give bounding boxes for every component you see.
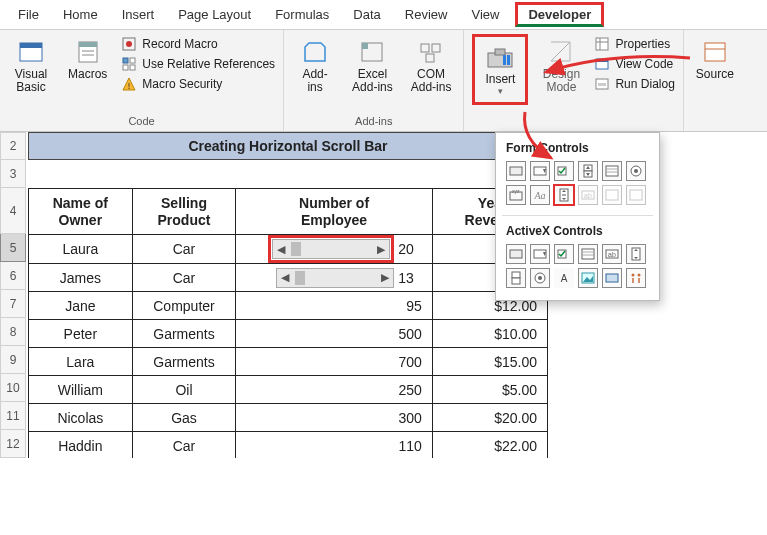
ax-spinner-icon[interactable] xyxy=(506,268,526,288)
ax-label-icon[interactable]: A xyxy=(554,268,574,288)
scroll-thumb[interactable] xyxy=(295,271,305,285)
cell-owner[interactable]: Jane xyxy=(29,292,133,320)
source-button[interactable]: Source xyxy=(692,34,738,85)
form-scrollbar-icon[interactable] xyxy=(554,185,574,205)
svg-rect-30 xyxy=(596,59,608,62)
cell-employee[interactable]: 300 xyxy=(236,404,432,432)
properties-button[interactable]: Properties xyxy=(594,34,674,54)
ax-more-icon[interactable] xyxy=(626,268,646,288)
cell-employee[interactable]: ◀ ▶ 20 xyxy=(236,235,432,264)
design-mode-button[interactable]: Design Mode xyxy=(538,34,584,98)
cell-employee[interactable]: 250 xyxy=(236,376,432,404)
cell-employee[interactable]: ◀ ▶ 13 xyxy=(236,264,432,292)
cell-revenue[interactable]: $5.00 xyxy=(432,376,547,404)
cell-product[interactable]: Garments xyxy=(132,320,236,348)
source-label: Source xyxy=(696,68,734,81)
form-dropdown-icon[interactable] xyxy=(626,185,646,205)
tab-developer[interactable]: Developer xyxy=(515,2,604,27)
addins-button[interactable]: Add- ins xyxy=(292,34,338,98)
svg-rect-11 xyxy=(130,65,135,70)
tab-pagelayout[interactable]: Page Layout xyxy=(166,2,263,27)
ax-listbox-icon[interactable] xyxy=(578,244,598,264)
tab-data[interactable]: Data xyxy=(341,2,392,27)
cell-owner[interactable]: Peter xyxy=(29,320,133,348)
form-textfield-icon[interactable]: ab xyxy=(578,185,598,205)
tab-file[interactable]: File xyxy=(6,2,51,27)
design-mode-label: Design Mode xyxy=(543,68,580,94)
svg-point-78 xyxy=(638,274,641,277)
chevron-down-icon: ▾ xyxy=(498,86,503,96)
use-rel-refs-button[interactable]: Use Relative References xyxy=(121,54,275,74)
ax-scrollbar-icon[interactable] xyxy=(626,244,646,264)
horizontal-scrollbar-control[interactable]: ◀ ▶ xyxy=(272,239,390,259)
form-checkbox-icon[interactable] xyxy=(554,161,574,181)
view-code-button[interactable]: View Code xyxy=(594,54,674,74)
svg-rect-23 xyxy=(507,55,510,65)
cell-product[interactable]: Gas xyxy=(132,404,236,432)
cell-owner[interactable]: Nicolas xyxy=(29,404,133,432)
svg-rect-56 xyxy=(606,190,618,200)
scroll-left-arrow-icon[interactable]: ◀ xyxy=(277,271,293,284)
cell-employee[interactable]: 500 xyxy=(236,320,432,348)
cell-product[interactable]: Car xyxy=(132,235,236,264)
ax-checkbox-icon[interactable] xyxy=(554,244,574,264)
tab-review[interactable]: Review xyxy=(393,2,460,27)
tab-home[interactable]: Home xyxy=(51,2,110,27)
scroll-thumb[interactable] xyxy=(291,242,301,256)
group-xml: Source xyxy=(684,30,746,131)
cell-revenue[interactable]: $20.00 xyxy=(432,404,547,432)
form-groupbox-icon[interactable]: xyz xyxy=(506,185,526,205)
run-dialog-button[interactable]: Run Dialog xyxy=(594,74,674,94)
ax-button-icon[interactable] xyxy=(506,244,526,264)
form-optionbutton-icon[interactable] xyxy=(626,161,646,181)
record-macro-button[interactable]: Record Macro xyxy=(121,34,275,54)
scroll-track[interactable] xyxy=(293,269,377,287)
cell-product[interactable]: Car xyxy=(132,264,236,292)
cell-owner[interactable]: Haddin xyxy=(29,432,133,459)
cell-product[interactable]: Computer xyxy=(132,292,236,320)
scrollbar-highlight: ◀ ▶ xyxy=(268,235,394,263)
cell-owner[interactable]: James xyxy=(29,264,133,292)
scroll-right-arrow-icon[interactable]: ▶ xyxy=(377,271,393,284)
cell-revenue[interactable]: $10.00 xyxy=(432,320,547,348)
form-label-icon[interactable]: Aa xyxy=(530,185,550,205)
ax-togglebutton-icon[interactable] xyxy=(602,268,622,288)
cell-product[interactable]: Car xyxy=(132,432,236,459)
com-addins-button[interactable]: COM Add-ins xyxy=(407,34,456,98)
macros-button[interactable]: Macros xyxy=(64,34,111,85)
form-combo-icon[interactable] xyxy=(602,185,622,205)
scroll-track[interactable] xyxy=(289,240,373,258)
cell-revenue[interactable]: $22.00 xyxy=(432,432,547,459)
form-button-icon[interactable] xyxy=(506,161,526,181)
ax-image-icon[interactable] xyxy=(578,268,598,288)
form-listbox-icon[interactable] xyxy=(602,161,622,181)
horizontal-scrollbar-control[interactable]: ◀ ▶ xyxy=(276,268,394,288)
tab-insert[interactable]: Insert xyxy=(110,2,167,27)
cell-owner[interactable]: Laura xyxy=(29,235,133,264)
form-controls-title: Form Controls xyxy=(496,137,659,161)
cell-product[interactable]: Garments xyxy=(132,348,236,376)
cell-employee[interactable]: 700 xyxy=(236,348,432,376)
cell-owner[interactable]: William xyxy=(29,376,133,404)
form-spinner-icon[interactable] xyxy=(578,161,598,181)
excel-addins-button[interactable]: Excel Add-ins xyxy=(348,34,397,98)
group-addins: Add- ins Excel Add-ins COM Add-ins Add-i… xyxy=(284,30,464,131)
cell-owner[interactable]: Lara xyxy=(29,348,133,376)
table-row: Jane Computer 95 $12.00 xyxy=(29,292,548,320)
ax-textbox-icon[interactable]: ab xyxy=(602,244,622,264)
ax-combobox-icon[interactable] xyxy=(530,244,550,264)
form-combobox-icon[interactable] xyxy=(530,161,550,181)
scroll-right-arrow-icon[interactable]: ▶ xyxy=(373,243,389,256)
visual-basic-button[interactable]: Visual Basic xyxy=(8,34,54,98)
macro-security-button[interactable]: ! Macro Security xyxy=(121,74,275,94)
cell-product[interactable]: Oil xyxy=(132,376,236,404)
tab-formulas[interactable]: Formulas xyxy=(263,2,341,27)
tab-view[interactable]: View xyxy=(459,2,511,27)
controls-insert-button[interactable]: Insert ▾ xyxy=(477,39,523,100)
cell-employee[interactable]: 95 xyxy=(236,292,432,320)
cell-employee[interactable]: 110 xyxy=(236,432,432,459)
cell-revenue[interactable]: $15.00 xyxy=(432,348,547,376)
scroll-left-arrow-icon[interactable]: ◀ xyxy=(273,243,289,256)
ax-optionbutton-icon[interactable] xyxy=(530,268,550,288)
record-macro-label: Record Macro xyxy=(142,37,217,51)
